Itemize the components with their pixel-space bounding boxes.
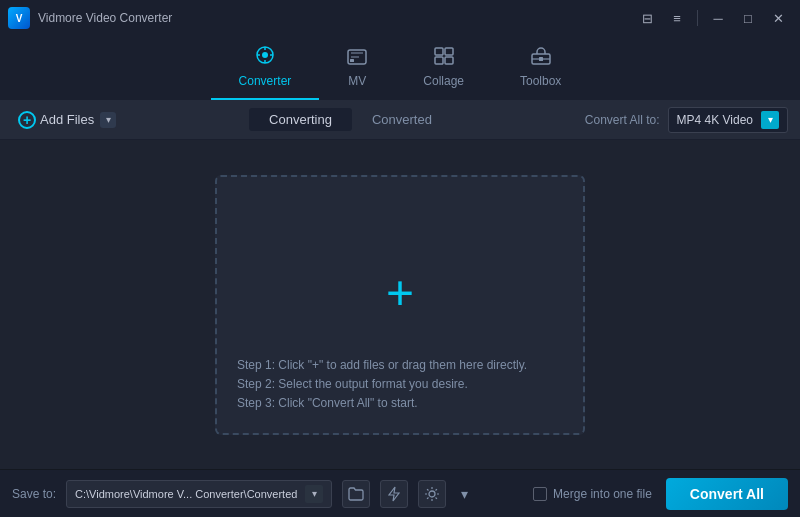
app-title: Vidmore Video Converter (38, 11, 172, 25)
merge-checkbox[interactable] (533, 487, 547, 501)
merge-label: Merge into one file (553, 487, 652, 501)
tab-mv-label: MV (348, 74, 366, 88)
minimize-button[interactable]: ─ (704, 4, 732, 32)
svg-rect-8 (435, 48, 443, 55)
settings-icon-btn[interactable] (418, 480, 446, 508)
converting-tab[interactable]: Converting (249, 108, 352, 131)
flash-icon-btn[interactable] (380, 480, 408, 508)
svg-point-1 (262, 52, 268, 58)
converted-tab[interactable]: Converted (352, 108, 452, 131)
close-button[interactable]: ✕ (764, 4, 792, 32)
save-path-dropdown[interactable]: ▾ (305, 485, 323, 503)
save-path[interactable]: C:\Vidmore\Vidmore V... Converter\Conver… (66, 480, 332, 508)
add-files-icon: + (18, 111, 36, 129)
title-bar: V Vidmore Video Converter ⊟ ≡ ─ □ ✕ (0, 0, 800, 36)
merge-checkbox-label[interactable]: Merge into one file (533, 487, 652, 501)
tab-toolbox[interactable]: Toolbox (492, 39, 589, 100)
toolbar-center: Converting Converted (116, 108, 585, 131)
svg-rect-14 (539, 57, 543, 61)
drop-zone[interactable]: + Step 1: Click "+" to add files or drag… (215, 175, 585, 435)
tab-collage[interactable]: Collage (395, 39, 492, 100)
converter-icon (255, 45, 275, 70)
format-dropdown-arrow: ▾ (761, 111, 779, 129)
title-bar-controls: ⊟ ≡ ─ □ ✕ (633, 4, 792, 32)
toolbar: + Add Files ▾ Converting Converted Conve… (0, 100, 800, 140)
menu-button[interactable]: ≡ (663, 4, 691, 32)
save-path-value: C:\Vidmore\Vidmore V... Converter\Conver… (75, 488, 297, 500)
message-button[interactable]: ⊟ (633, 4, 661, 32)
format-value: MP4 4K Video (677, 113, 754, 127)
svg-rect-7 (350, 59, 354, 62)
convert-all-to-label: Convert All to: (585, 113, 660, 127)
save-to-label: Save to: (12, 487, 56, 501)
tab-mv[interactable]: MV (319, 41, 395, 100)
maximize-button[interactable]: □ (734, 4, 762, 32)
step-1: Step 1: Click "+" to add files or drag t… (237, 358, 563, 372)
bottom-bar: Save to: C:\Vidmore\Vidmore V... Convert… (0, 469, 800, 517)
collage-icon (434, 47, 454, 70)
step-2: Step 2: Select the output format you des… (237, 377, 563, 391)
main-content: + Step 1: Click "+" to add files or drag… (0, 140, 800, 469)
add-files-label: Add Files (40, 112, 94, 127)
tab-converter-label: Converter (239, 74, 292, 88)
settings-dropdown-btn[interactable]: ▾ (456, 480, 472, 508)
toolbox-icon (531, 47, 551, 70)
folder-icon-btn[interactable] (342, 480, 370, 508)
add-files-dropdown[interactable]: ▾ (100, 112, 116, 128)
title-bar-left: V Vidmore Video Converter (8, 7, 172, 29)
format-select[interactable]: MP4 4K Video ▾ (668, 107, 789, 133)
tab-collage-label: Collage (423, 74, 464, 88)
tab-converter[interactable]: Converter (211, 37, 320, 100)
logo-text: V (16, 13, 23, 24)
convert-all-button[interactable]: Convert All (666, 478, 788, 510)
app-logo: V (8, 7, 30, 29)
drop-zone-plus-icon: + (386, 269, 414, 317)
add-files-button[interactable]: + Add Files (12, 107, 100, 133)
mv-icon (347, 49, 367, 70)
svg-point-15 (429, 491, 435, 497)
svg-rect-9 (445, 48, 453, 55)
drop-zone-steps: Step 1: Click "+" to add files or drag t… (237, 358, 563, 415)
toolbar-right: Convert All to: MP4 4K Video ▾ (585, 107, 788, 133)
bottom-right: Merge into one file Convert All (533, 478, 788, 510)
tab-toolbox-label: Toolbox (520, 74, 561, 88)
title-separator (697, 10, 698, 26)
nav-tabs: Converter MV Collage (0, 36, 800, 100)
step-3: Step 3: Click "Convert All" to start. (237, 396, 563, 410)
svg-rect-10 (435, 57, 443, 64)
svg-rect-11 (445, 57, 453, 64)
